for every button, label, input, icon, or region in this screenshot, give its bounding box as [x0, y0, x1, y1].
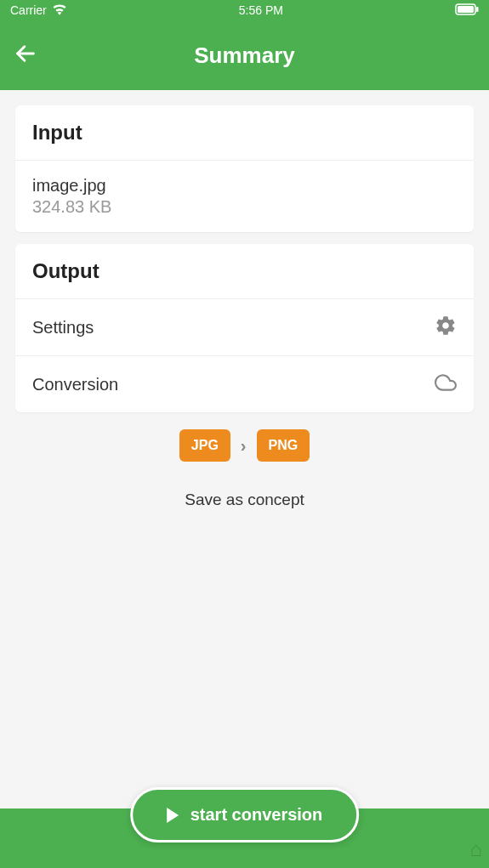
- back-button[interactable]: [14, 42, 37, 69]
- settings-row[interactable]: Settings: [15, 299, 474, 355]
- start-conversion-label: start conversion: [190, 805, 323, 825]
- input-filename: image.jpg: [32, 176, 111, 196]
- start-conversion-button[interactable]: start conversion: [130, 787, 360, 842]
- status-bar: Carrier 5:56 PM: [0, 0, 489, 20]
- conversion-row[interactable]: Conversion: [15, 355, 474, 412]
- conversion-label: Conversion: [32, 375, 118, 394]
- conversion-badges: JPG › PNG: [15, 429, 474, 462]
- svg-rect-2: [476, 7, 479, 12]
- play-icon: [167, 808, 179, 823]
- chevron-right-icon: ›: [241, 436, 247, 456]
- page-title: Summary: [194, 43, 295, 69]
- save-concept-button[interactable]: Save as concept: [15, 491, 474, 509]
- output-section-title: Output: [15, 244, 474, 299]
- input-card: Input image.jpg 324.83 KB: [15, 105, 474, 232]
- carrier-label: Carrier: [10, 3, 47, 17]
- input-section-title: Input: [15, 105, 474, 161]
- status-time: 5:56 PM: [239, 3, 283, 17]
- input-file-row[interactable]: image.jpg 324.83 KB: [15, 161, 474, 232]
- wifi-icon: [52, 3, 67, 18]
- cloud-icon: [435, 372, 457, 397]
- gear-icon: [435, 315, 457, 340]
- battery-icon: [455, 3, 479, 18]
- from-format-badge: JPG: [179, 429, 230, 462]
- settings-label: Settings: [32, 318, 94, 338]
- svg-rect-1: [458, 6, 474, 13]
- output-card: Output Settings Conversion: [15, 244, 474, 412]
- app-header: Summary: [0, 20, 489, 90]
- to-format-badge: PNG: [257, 429, 310, 462]
- input-filesize: 324.83 KB: [32, 197, 111, 217]
